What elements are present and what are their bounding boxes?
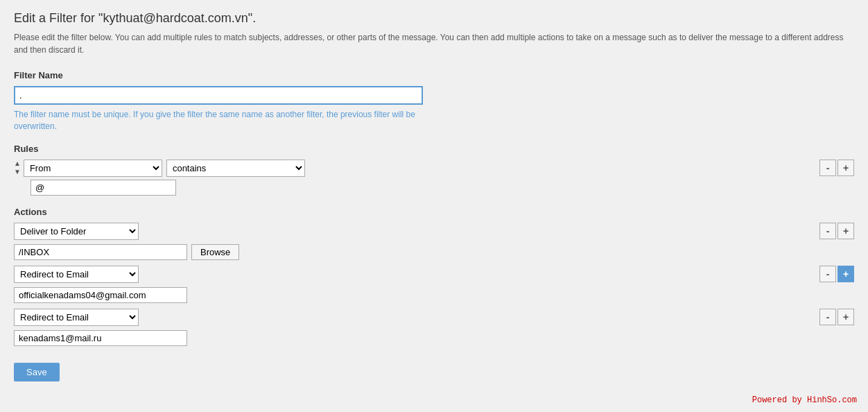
action3-minus-button[interactable]: - xyxy=(819,309,836,325)
filter-name-input[interactable] xyxy=(14,86,423,105)
rule-value-input[interactable] xyxy=(31,180,176,196)
rules-label: Rules xyxy=(14,144,854,154)
action2-plus-button[interactable]: + xyxy=(837,266,854,282)
page-description: Please edit the filter below. You can ad… xyxy=(14,31,846,56)
action1-type-select[interactable]: Deliver to Folder Redirect to Email Disc… xyxy=(14,223,139,240)
action3-buttons: - + xyxy=(819,309,854,325)
rules-plus-button[interactable]: + xyxy=(837,160,854,176)
action1-plus-button[interactable]: + xyxy=(837,223,854,239)
filter-name-label: Filter Name xyxy=(14,70,854,80)
action3-plus-button[interactable]: + xyxy=(837,309,854,325)
rules-minus-button[interactable]: - xyxy=(819,160,836,176)
page-title: Edit a Filter for "kythuat@hardcoat.com.… xyxy=(14,11,854,26)
filter-name-note: The filter name must be unique. If you g… xyxy=(14,109,416,132)
actions-label: Actions xyxy=(14,207,854,217)
rule-field-select[interactable]: From To Subject Body Header xyxy=(24,160,162,177)
action3-email-input[interactable] xyxy=(14,330,187,346)
action2-minus-button[interactable]: - xyxy=(819,266,836,282)
powered-by: Powered by HinhSo.com xyxy=(752,395,857,405)
rule-arrow-up[interactable]: ▲ xyxy=(14,160,21,168)
action2-type-select[interactable]: Deliver to Folder Redirect to Email Disc… xyxy=(14,266,139,283)
save-button[interactable]: Save xyxy=(14,363,60,381)
action1-buttons: - + xyxy=(819,223,854,239)
action2-buttons: - + xyxy=(819,266,854,282)
rule-arrow-down[interactable]: ▼ xyxy=(14,168,21,176)
action3-type-select[interactable]: Deliver to Folder Redirect to Email Disc… xyxy=(14,309,139,326)
rule-arrows: ▲ ▼ xyxy=(14,160,21,176)
action1-browse-button[interactable]: Browse xyxy=(191,244,239,260)
action2-email-input[interactable] xyxy=(14,287,187,303)
action1-folder-input[interactable] xyxy=(14,244,187,260)
action1-minus-button[interactable]: - xyxy=(819,223,836,239)
rules-buttons: - + xyxy=(819,160,854,176)
rule-condition-select[interactable]: contains does not contain is is not begi… xyxy=(166,160,305,177)
